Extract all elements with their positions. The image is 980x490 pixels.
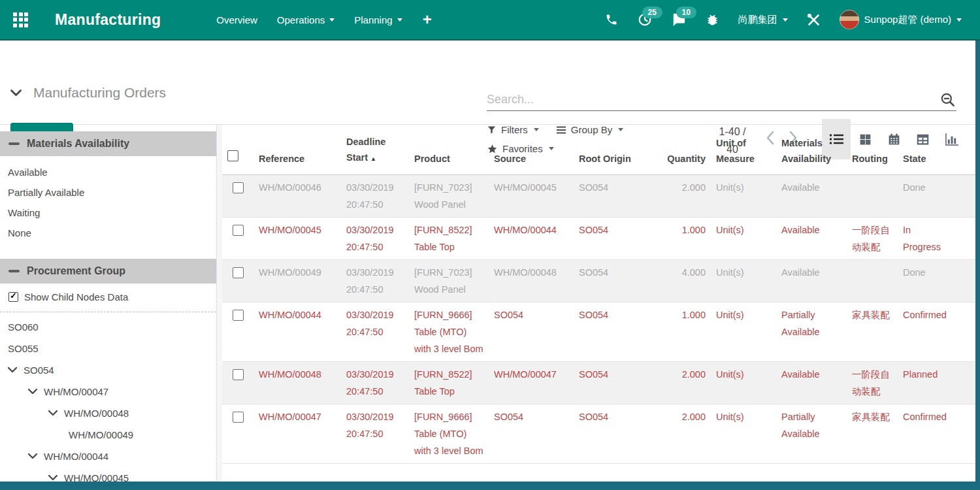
orders-tbody: WH/MO/00046 03/30/2019 20:47:50 [FURN_70… xyxy=(222,175,980,464)
show-child-nodes-checkbox[interactable] xyxy=(8,292,18,302)
row-checkbox[interactable] xyxy=(233,267,244,278)
search-input[interactable] xyxy=(487,93,939,106)
cell-reference[interactable]: WH/MO/00049 xyxy=(253,260,341,302)
horizontal-scrollbar[interactable] xyxy=(0,482,980,490)
cell-reference[interactable]: WH/MO/00047 xyxy=(253,404,341,464)
filter-item[interactable]: Available xyxy=(0,162,216,182)
col-state[interactable]: State xyxy=(898,125,955,175)
cell-reference[interactable]: WH/MO/00046 xyxy=(253,175,341,218)
row-checkbox[interactable] xyxy=(233,412,244,423)
filter-item[interactable]: Waiting xyxy=(0,203,216,223)
search-icon[interactable] xyxy=(939,91,956,108)
section-procurement-group[interactable]: Procurement Group xyxy=(0,259,216,284)
table-header-row: Reference Deadline Start▲ Product Source… xyxy=(222,125,980,175)
cell-quantity: 2.000 xyxy=(639,175,711,218)
cell-reference[interactable]: WH/MO/00048 xyxy=(253,362,341,404)
apps-menu-button[interactable] xyxy=(0,12,42,27)
orders-table-wrap: Reference Deadline Start▲ Product Source… xyxy=(222,125,980,490)
app-title: Manufacturing xyxy=(55,11,161,29)
col-root-origin[interactable]: Root Origin xyxy=(574,125,639,175)
col-materials-availability[interactable]: Materials Availability xyxy=(776,125,847,175)
cell-deadline: 03/30/2019 20:47:50 xyxy=(341,362,409,404)
cell-reference[interactable]: WH/MO/00044 xyxy=(253,302,341,362)
procurement-tree: SO060SO055SO054WH/MO/00047WH/MO/00048WH/… xyxy=(0,316,216,489)
chevron-down-icon[interactable] xyxy=(28,453,37,459)
select-all-checkbox[interactable] xyxy=(227,150,238,161)
cell-product: [FURN_7023] Wood Panel xyxy=(409,175,489,218)
table-row[interactable]: WH/MO/00044 03/30/2019 20:47:50 [FURN_96… xyxy=(222,302,980,362)
row-checkbox[interactable] xyxy=(233,225,244,236)
user-avatar xyxy=(840,10,859,29)
collapse-minus-icon xyxy=(8,142,20,145)
tree-item[interactable]: WH/MO/00048 xyxy=(0,402,216,424)
row-checkbox[interactable] xyxy=(233,182,244,193)
row-checkbox[interactable] xyxy=(233,310,244,321)
cell-quantity: 2.000 xyxy=(639,404,711,464)
col-quantity[interactable]: Quantity xyxy=(639,125,711,175)
tree-item-label: WH/MO/00044 xyxy=(44,451,108,462)
cell-source: WH/MO/00045 xyxy=(489,175,574,218)
col-unit-of-measure[interactable]: Unit of Measure xyxy=(711,125,776,175)
menu-operations[interactable]: Operations xyxy=(267,0,344,39)
cell-state: Done xyxy=(898,175,955,218)
settings-tools-button[interactable] xyxy=(797,13,830,27)
phone-button[interactable] xyxy=(595,13,628,26)
section-materials-availability[interactable]: Materials Availability xyxy=(0,131,216,156)
cell-deadline: 03/30/2019 20:47:50 xyxy=(341,218,409,260)
tree-item[interactable]: SO054 xyxy=(0,359,216,381)
cell-routing xyxy=(847,175,898,218)
row-checkbox[interactable] xyxy=(233,369,244,380)
tree-item[interactable]: SO060 xyxy=(0,316,216,338)
sidebar-scrollbar-track[interactable] xyxy=(216,125,222,490)
tree-item-label: WH/MO/00048 xyxy=(64,408,129,419)
tree-item[interactable]: WH/MO/00049 xyxy=(0,424,216,446)
col-reference[interactable]: Reference xyxy=(253,125,341,175)
messages-button[interactable]: 10 xyxy=(662,12,696,27)
chevron-down-icon[interactable] xyxy=(8,367,17,373)
debug-button[interactable] xyxy=(696,13,729,27)
cell-availability: Available xyxy=(776,218,847,260)
menu-planning-label: Planning xyxy=(354,14,392,25)
tree-item[interactable]: WH/MO/00047 xyxy=(0,381,216,402)
chevron-down-icon[interactable] xyxy=(28,389,37,395)
divider xyxy=(0,312,216,312)
search-bar xyxy=(487,89,956,111)
chevron-down-icon[interactable] xyxy=(10,90,22,97)
menu-overview-label: Overview xyxy=(216,14,257,25)
col-source[interactable]: Source xyxy=(489,125,574,175)
cell-availability: Available xyxy=(776,362,847,404)
chevron-down-icon[interactable] xyxy=(48,475,57,481)
show-child-nodes-row: Show Child Nodes Data xyxy=(0,284,216,310)
table-row[interactable]: WH/MO/00049 03/30/2019 20:47:50 [FURN_70… xyxy=(222,260,980,302)
col-deadline-start[interactable]: Deadline Start▲ xyxy=(341,125,409,175)
tree-item-label: WH/MO/00049 xyxy=(69,429,133,440)
orders-table: Reference Deadline Start▲ Product Source… xyxy=(222,125,980,464)
chevron-down-icon xyxy=(783,18,788,22)
tree-item[interactable]: WH/MO/00044 xyxy=(0,446,216,467)
table-row[interactable]: WH/MO/00045 03/30/2019 20:47:50 [FURN_85… xyxy=(222,218,980,260)
chevron-down-icon[interactable] xyxy=(48,410,57,416)
table-row[interactable]: WH/MO/00048 03/30/2019 20:47:50 [FURN_85… xyxy=(222,362,980,404)
cell-state: Planned xyxy=(898,362,955,404)
quick-add-button[interactable]: + xyxy=(412,12,442,27)
activities-button[interactable]: 25 xyxy=(628,12,662,27)
filter-item[interactable]: Partially Available xyxy=(0,182,216,203)
menu-operations-label: Operations xyxy=(277,14,325,25)
table-row[interactable]: WH/MO/00046 03/30/2019 20:47:50 [FURN_70… xyxy=(222,175,980,218)
company-switcher[interactable]: 尚鹏集团 xyxy=(729,14,797,26)
filter-item[interactable]: None xyxy=(0,223,216,243)
col-product[interactable]: Product xyxy=(409,125,489,175)
company-name: 尚鹏集团 xyxy=(738,14,777,26)
table-row[interactable]: WH/MO/00047 03/30/2019 20:47:50 [FURN_96… xyxy=(222,404,980,464)
tree-item[interactable]: SO055 xyxy=(0,338,216,359)
cell-root-origin: SO054 xyxy=(574,175,639,218)
user-menu[interactable]: Sunpop超管 (demo) xyxy=(830,10,971,29)
cell-quantity: 4.000 xyxy=(639,260,711,302)
col-routing[interactable]: Routing xyxy=(847,125,898,175)
vertical-scrollbar[interactable] xyxy=(975,41,980,490)
menu-planning[interactable]: Planning xyxy=(344,0,412,39)
chevron-down-icon xyxy=(956,18,962,22)
menu-overview[interactable]: Overview xyxy=(206,0,267,39)
cell-reference[interactable]: WH/MO/00045 xyxy=(253,218,341,260)
apps-grid-icon xyxy=(13,12,28,27)
